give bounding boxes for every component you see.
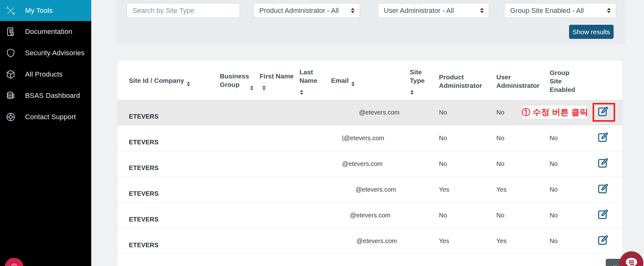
column-header-business_group[interactable]: Business Group	[220, 72, 260, 90]
group-site-enabled-select-value: Group Site Enabled - All	[510, 7, 584, 15]
chat-button[interactable]	[620, 251, 643, 266]
cell-group-site-enabled: No	[550, 135, 589, 142]
column-header-label: Group Site Enabled	[550, 68, 577, 94]
table-body: ETEVERS@etevers.comNoNoETEVERS|@etevers.…	[118, 100, 622, 254]
cell-group-site-enabled: No	[550, 237, 589, 245]
column-header-label: User Administrator	[496, 73, 540, 90]
cell-site-id-company: ETEVERS	[118, 130, 220, 146]
cell-user-administrator: No	[496, 135, 550, 142]
chat-bubble-icon	[625, 257, 638, 266]
column-header-site_type[interactable]: Site Type	[410, 68, 439, 95]
column-header-site_company[interactable]: Site Id / Company	[118, 76, 220, 86]
cell-product-administrator: No	[439, 160, 496, 168]
cell-site-id-company: ETEVERS	[118, 156, 220, 172]
edit-button[interactable]	[598, 184, 608, 194]
cell-site-id-company: ETEVERS	[118, 233, 220, 249]
edit-pencil-square-icon	[598, 165, 608, 169]
sidebar: My ToolsDocumentationSecurity Advisories…	[0, 0, 91, 266]
column-header-label: Email	[331, 77, 349, 84]
column-header-label: Business Group	[220, 72, 247, 89]
company-name: ETEVERS	[129, 242, 220, 249]
company-name: ETEVERS	[129, 164, 220, 172]
sidebar-item-bsas-dashboard[interactable]: BSAS Dashboard	[0, 85, 91, 106]
sort-arrows-icon[interactable]	[300, 90, 303, 95]
product-administrator-select-value: Product Administrator - All	[259, 7, 339, 15]
sidebar-item-label: Documentation	[25, 28, 72, 36]
cell-product-administrator: No	[439, 212, 496, 219]
edit-button[interactable]	[598, 235, 608, 246]
cell-edit	[589, 235, 622, 247]
column-header-product_admin: Product Administrator	[439, 73, 496, 90]
column-header-email[interactable]: Email	[331, 76, 410, 86]
cell-edit	[589, 184, 622, 196]
table-row: ETEVERS@etevers.comYesYesNo	[118, 228, 622, 254]
edit-button[interactable]	[598, 132, 608, 143]
product-administrator-select[interactable]: Product Administrator - All	[253, 3, 360, 18]
cell-group-site-enabled: No	[550, 212, 589, 219]
sidebar-item-contact-support[interactable]: Contact Support	[0, 106, 91, 128]
company-name: ETEVERS	[129, 190, 220, 197]
sidebar-item-label: All Products	[25, 70, 63, 78]
column-header-first_name[interactable]: First Name	[260, 72, 299, 90]
sort-arrows-icon[interactable]	[262, 86, 266, 90]
site-id-value	[129, 156, 220, 164]
column-header-group_site: Group Site Enabled	[550, 68, 589, 94]
cell-edit	[589, 209, 622, 221]
annotation-step-label: ① 수정 버튼 클릭	[523, 106, 587, 119]
cell-email: @etevers.com	[331, 160, 410, 168]
mascot-icon	[8, 260, 20, 266]
column-header-label: Product Administrator	[439, 73, 483, 90]
edit-button[interactable]	[598, 158, 608, 168]
cell-user-administrator: No	[496, 160, 550, 168]
select-arrows-icon	[351, 8, 355, 13]
column-header-last_name[interactable]: Last Name	[299, 68, 331, 95]
cell-user-administrator: Yes	[496, 237, 550, 245]
sidebar-item-security-advisories[interactable]: Security Advisories	[0, 42, 91, 64]
search-input[interactable]	[127, 3, 240, 18]
company-name: ETEVERS	[129, 139, 220, 146]
sidebar-item-all-products[interactable]: All Products	[0, 64, 91, 85]
user-administrator-select-value: User Administrator - All	[384, 7, 454, 15]
cell-email: @etevers.com	[331, 212, 410, 219]
site-id-value	[129, 130, 220, 139]
document-icon	[5, 27, 16, 36]
sidebar-item-my-tools[interactable]: My Tools	[0, 0, 91, 21]
cell-email: |@etevers.com	[331, 135, 410, 142]
filter-panel: Product Administrator - All User Adminis…	[116, 0, 626, 44]
column-header-label: First Name	[260, 72, 294, 80]
user-administrator-select[interactable]: User Administrator - All	[378, 3, 489, 18]
cell-site-id-company: ETEVERS	[118, 208, 220, 223]
cell-edit	[589, 132, 622, 144]
sort-arrows-icon[interactable]	[187, 82, 190, 86]
cell-email: @etevers.com	[331, 109, 410, 116]
edit-pencil-square-icon	[598, 139, 608, 144]
sidebar-item-label: BSAS Dashboard	[25, 92, 80, 100]
shield-icon	[5, 48, 16, 58]
edit-button[interactable]	[598, 209, 608, 220]
sort-arrows-icon[interactable]	[250, 86, 253, 90]
table-header-row: Site Id / CompanyBusiness GroupFirst Nam…	[118, 61, 622, 100]
show-results-button[interactable]: Show results	[569, 25, 614, 39]
edit-pencil-square-icon	[598, 216, 608, 221]
cell-email: @etevers.com	[331, 237, 410, 245]
lifebuoy-icon	[5, 112, 16, 122]
select-arrows-icon	[480, 8, 484, 13]
cell-user-administrator: Yes	[496, 186, 550, 193]
column-header-label: Site Type	[410, 68, 426, 85]
database-icon	[5, 91, 16, 100]
cell-product-administrator: Yes	[439, 186, 496, 193]
cell-group-site-enabled: No	[550, 186, 589, 193]
cell-product-administrator: No	[439, 135, 496, 142]
group-site-enabled-select[interactable]: Group Site Enabled - All	[504, 3, 616, 18]
sort-arrows-icon[interactable]	[410, 90, 414, 95]
sidebar-item-label: Contact Support	[25, 113, 76, 121]
sidebar-item-documentation[interactable]: Documentation	[0, 21, 91, 42]
annotation-highlight-box	[593, 103, 615, 122]
tools-icon	[5, 6, 16, 15]
sort-arrows-icon[interactable]	[351, 82, 355, 86]
cell-edit	[589, 158, 622, 170]
site-id-value	[129, 208, 220, 216]
table-row: ETEVERS@etevers.comNoNoNo	[118, 203, 622, 228]
edit-pencil-square-icon	[598, 190, 608, 195]
edit-pencil-square-icon	[598, 242, 608, 247]
